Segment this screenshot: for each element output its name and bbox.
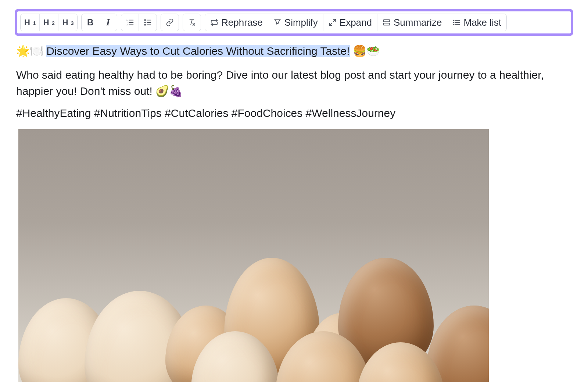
ordered-list-icon: 1 2 3 (126, 18, 134, 26)
h1-label: H (24, 18, 30, 27)
expand-button[interactable]: Expand (323, 14, 377, 31)
make-list-button[interactable]: Make list (447, 14, 506, 31)
summarize-label: Summarize (394, 17, 442, 28)
headline-emoji-post: 🍔🥗 (350, 45, 380, 57)
expand-label: Expand (340, 17, 372, 28)
h2-sub: 2 (52, 20, 54, 26)
svg-line-14 (333, 19, 336, 22)
heading-1-button[interactable]: H1 (21, 14, 40, 31)
simplify-icon (273, 18, 282, 26)
list-group: 1 2 3 (121, 14, 157, 31)
post-hashtags[interactable]: #HealthyEating #NutritionTips #CutCalori… (16, 107, 572, 119)
make-list-label: Make list (463, 17, 501, 28)
svg-point-8 (144, 24, 146, 25)
heading-group: H1 H2 H3 (20, 14, 78, 31)
summarize-button[interactable]: Summarize (377, 14, 447, 31)
svg-point-19 (453, 22, 454, 23)
post-body[interactable]: Who said eating healthy had to be boring… (16, 67, 572, 99)
summarize-icon (383, 18, 391, 26)
link-icon (166, 18, 174, 26)
svg-rect-16 (384, 20, 390, 22)
bold-button[interactable]: B (82, 14, 99, 31)
unordered-list-button[interactable] (139, 14, 157, 31)
clear-format-button[interactable] (183, 14, 201, 31)
svg-point-18 (453, 20, 454, 21)
h1-sub: 1 (33, 20, 35, 26)
post-headline[interactable]: 🌟🍽️ Discover Easy Ways to Cut Calories W… (16, 43, 572, 59)
link-button[interactable] (161, 14, 179, 31)
make-list-icon (452, 18, 460, 26)
italic-label: I (106, 17, 110, 28)
rephrase-button[interactable]: Rephrase (205, 14, 268, 31)
unordered-list-icon (144, 18, 152, 26)
h3-label: H (62, 18, 68, 27)
heading-2-button[interactable]: H2 (40, 14, 59, 31)
h3-sub: 3 (71, 20, 74, 26)
svg-point-7 (144, 22, 146, 23)
svg-point-20 (453, 24, 454, 25)
ai-actions-group: Rephrase Simplify Expand Summarize (205, 14, 507, 31)
svg-text:1: 1 (126, 19, 127, 21)
rephrase-label: Rephrase (221, 17, 263, 28)
link-group (161, 14, 179, 31)
headline-emoji-pre: 🌟🍽️ (16, 45, 46, 57)
heading-3-button[interactable]: H3 (58, 14, 77, 31)
svg-point-6 (144, 19, 146, 21)
clear-format-group (183, 14, 201, 31)
simplify-label: Simplify (284, 17, 318, 28)
post-image (18, 129, 489, 382)
svg-text:3: 3 (126, 24, 127, 26)
ordered-list-button[interactable]: 1 2 3 (121, 14, 139, 31)
svg-rect-17 (384, 23, 390, 25)
svg-text:2: 2 (126, 21, 127, 24)
headline-selected-text[interactable]: Discover Easy Ways to Cut Calories Witho… (46, 45, 349, 57)
simplify-button[interactable]: Simplify (268, 14, 323, 31)
svg-line-15 (330, 23, 332, 25)
editor-content[interactable]: 🌟🍽️ Discover Easy Ways to Cut Calories W… (0, 36, 588, 382)
h2-label: H (43, 18, 49, 27)
editor-toolbar: H1 H2 H3 B I 1 2 3 (15, 9, 573, 36)
bold-label: B (87, 17, 93, 28)
text-style-group: B I (81, 14, 117, 31)
italic-button[interactable]: I (99, 14, 117, 31)
clear-format-icon (188, 18, 196, 26)
expand-icon (329, 18, 337, 26)
rephrase-icon (210, 18, 218, 26)
